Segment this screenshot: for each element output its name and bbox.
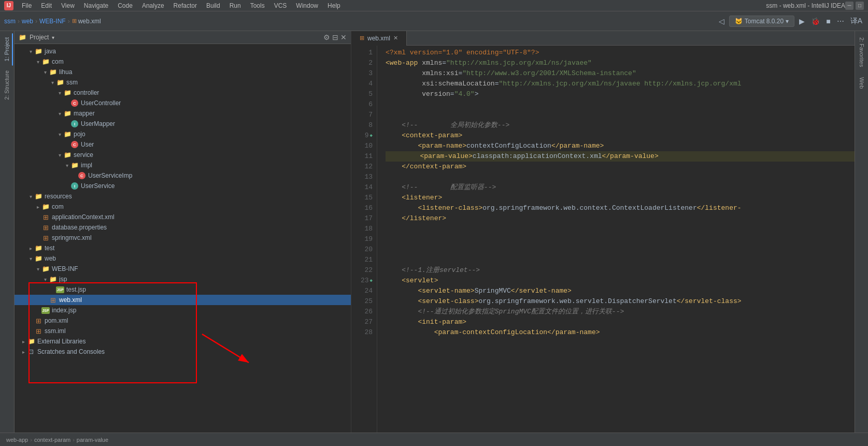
tab-xml-icon: ⊞ <box>360 35 364 41</box>
translate-button[interactable]: 译A <box>849 15 864 27</box>
tree-label-user: User <box>81 141 94 148</box>
tree-item-pojo[interactable]: ▾ 📁 pojo <box>15 129 351 139</box>
folder-icon-webinf: 📁 <box>41 265 50 273</box>
folder-icon-jsp: 📁 <box>49 275 57 283</box>
tree-item-usermapper[interactable]: I UserMapper <box>15 119 351 129</box>
code-editor: 1 2 3 4 5 6 7 8 9 ◆ 10 11 12 13 14 15 16… <box>351 46 855 433</box>
project-gear-icon[interactable]: ⚙ <box>323 33 330 41</box>
menubar: IJ File Edit View Navigate Code Analyze … <box>0 0 868 11</box>
tree-item-user[interactable]: C User <box>15 139 351 150</box>
tomcat-selector[interactable]: 🐱 Tomcat 8.0.20 ▾ <box>729 16 794 27</box>
tree-item-ssm[interactable]: ▾ 📁 ssm <box>15 77 351 88</box>
tree-item-mapper[interactable]: ▾ 📁 mapper <box>15 108 351 119</box>
tree-item-impl[interactable]: ▾ 📁 impl <box>15 160 351 170</box>
tree-item-database[interactable]: ⊞ database.properties <box>15 222 351 233</box>
tree-item-appcontext[interactable]: ⊞ applicationContext.xml <box>15 212 351 222</box>
code-line-1: <?xml version="1.0" encoding="UTF-8"?> <box>386 48 855 58</box>
project-collapse-icon[interactable]: ⊟ <box>332 33 338 41</box>
tab-label-webxml: web.xml <box>367 35 390 42</box>
code-line-21 <box>386 255 855 265</box>
tree-item-webinf[interactable]: ▾ 📁 WEB-INF <box>15 264 351 274</box>
line-num-3: 3 <box>351 68 373 79</box>
tree-item-userservice[interactable]: I UserService <box>15 181 351 191</box>
tab-close-webxml[interactable]: ✕ <box>393 35 398 41</box>
tree-arrow-ssm: ▾ <box>49 80 56 85</box>
stop-button[interactable]: ■ <box>824 16 832 27</box>
line-num-24: 24 <box>351 286 373 296</box>
tree-item-service[interactable]: ▾ 📁 service <box>15 150 351 160</box>
tree-label-jsp: jsp <box>59 276 67 283</box>
tree-item-indexjsp[interactable]: JSP index.jsp <box>15 305 351 315</box>
right-tab-web[interactable]: Web <box>857 73 867 93</box>
breadcrumb-webinf[interactable]: WEB-INF <box>39 18 66 25</box>
tomcat-dropdown-icon: ▾ <box>786 18 789 25</box>
menu-build[interactable]: Build <box>202 1 224 10</box>
tree-item-userserviceimp[interactable]: C UserServiceImp <box>15 170 351 181</box>
statusbar-sep1: › <box>30 437 32 443</box>
line-num-27: 27 <box>351 317 373 327</box>
tree-item-jsp[interactable]: ▾ 📁 jsp <box>15 274 351 284</box>
run-button[interactable]: ▶ <box>798 16 806 27</box>
breadcrumb-web[interactable]: web <box>22 18 33 25</box>
code-line-17: </listener> <box>386 213 855 224</box>
tree-item-springmvc[interactable]: ⊞ springmvc.xml <box>15 233 351 243</box>
menu-run[interactable]: Run <box>225 1 245 10</box>
tree-item-testjsp[interactable]: JSP test.jsp <box>15 284 351 295</box>
project-title-label: Project <box>30 34 49 41</box>
code-line-3: xmlns:xsi="http://www.w3.org/2001/XMLSch… <box>386 68 855 79</box>
line-num-11: 11 <box>351 151 373 162</box>
tree-item-com2[interactable]: ▸ 📁 com <box>15 202 351 212</box>
tree-arrow-scratches: ▸ <box>20 349 27 355</box>
menu-code[interactable]: Code <box>113 1 137 10</box>
xml-icon-webxml: ⊞ <box>49 296 57 304</box>
tree-item-test[interactable]: ▸ 📁 test <box>15 243 351 253</box>
tomcat-icon: 🐱 <box>735 18 743 25</box>
breadcrumb-ssm[interactable]: ssm <box>4 18 16 25</box>
tree-item-web[interactable]: ▾ 📁 web <box>15 253 351 264</box>
tree-item-resources[interactable]: ▾ 📁 resources <box>15 191 351 202</box>
maximize-button[interactable]: □ <box>856 2 864 10</box>
code-line-15: <listener> <box>386 193 855 203</box>
menu-refactor[interactable]: Refactor <box>169 1 201 10</box>
tree-item-pomxml[interactable]: ⊞ pom.xml <box>15 315 351 326</box>
folder-icon-header: 📁 <box>19 34 26 41</box>
menu-window[interactable]: Window <box>292 1 322 10</box>
line-num-2: 2 <box>351 58 373 68</box>
menu-edit[interactable]: Edit <box>37 1 56 10</box>
tree-item-webxml[interactable]: ⊞ web.xml <box>15 295 351 305</box>
tree-item-ssmiml[interactable]: ⊞ ssm.iml <box>15 326 351 336</box>
editor-area: ⊞ web.xml ✕ 1 2 3 4 5 6 7 8 9 ◆ 10 11 12… <box>351 31 855 433</box>
menu-file[interactable]: File <box>18 1 36 10</box>
debug-button[interactable]: 🐞 <box>809 16 821 27</box>
menu-vcs[interactable]: VCS <box>270 1 291 10</box>
menu-help[interactable]: Help <box>323 1 345 10</box>
menu-tools[interactable]: Tools <box>246 1 269 10</box>
project-close-icon[interactable]: ✕ <box>340 33 347 41</box>
menu-navigate[interactable]: Navigate <box>80 1 112 10</box>
tree-item-extlibs[interactable]: ▸ 📁 External Libraries <box>15 336 351 347</box>
tree-label-extlibs: External Libraries <box>37 338 86 345</box>
tree-label-userservice: UserService <box>81 182 115 190</box>
tree-item-java[interactable]: ▾ 📁 java <box>15 46 351 56</box>
more-button[interactable]: ⋯ <box>835 16 846 27</box>
tree-item-lihua[interactable]: ▾ 📁 lihua <box>15 67 351 77</box>
back-button[interactable]: ◁ <box>717 16 726 27</box>
menu-view[interactable]: View <box>57 1 79 10</box>
line-num-1: 1 <box>351 48 373 58</box>
tree-item-scratches[interactable]: ▸ ⊡ Scratches and Consoles <box>15 347 351 357</box>
sidebar-tab-project[interactable]: 1: Project <box>2 33 13 65</box>
menu-analyze[interactable]: Analyze <box>138 1 168 10</box>
tree-arrow-mapper: ▾ <box>56 111 63 117</box>
sidebar-tab-structure[interactable]: 2: Structure <box>2 66 13 104</box>
code-content[interactable]: <?xml version="1.0" encoding="UTF-8"?> <… <box>377 46 855 433</box>
breadcrumb-webxml[interactable]: web.xml <box>78 18 101 25</box>
line-num-25: 25 <box>351 296 373 307</box>
tree-item-com[interactable]: ▾ 📁 com <box>15 56 351 67</box>
minimize-button[interactable]: ─ <box>845 2 853 10</box>
tree-item-controller[interactable]: ▾ 📁 controller <box>15 88 351 98</box>
right-tab-favorites[interactable]: 2: Favorites <box>857 33 867 71</box>
tree-arrow-com2: ▸ <box>34 204 41 210</box>
tree-item-usercontroller[interactable]: C UserController <box>15 98 351 108</box>
line-num-16: 16 <box>351 203 373 213</box>
editor-tab-webxml[interactable]: ⊞ web.xml ✕ <box>351 31 407 46</box>
